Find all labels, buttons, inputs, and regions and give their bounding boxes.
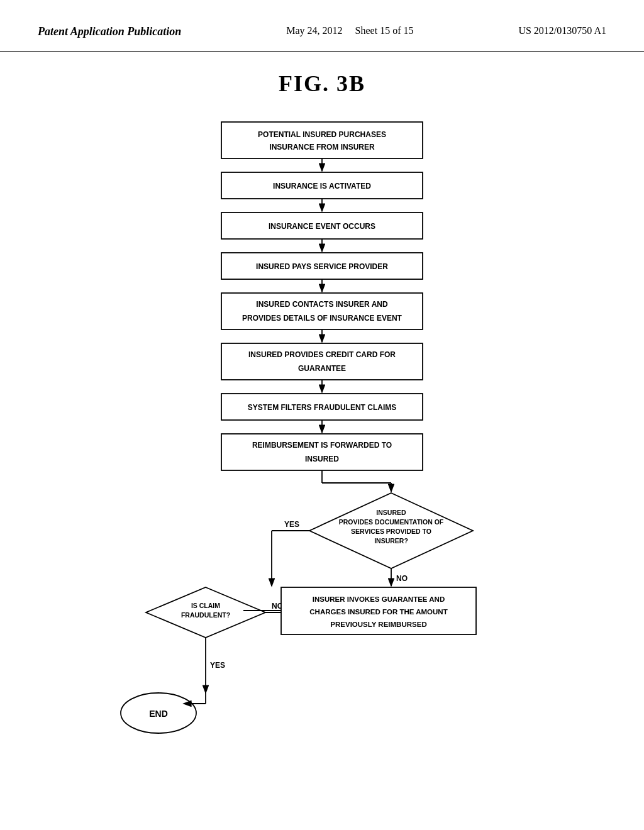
- f-box2: INSURANCE IS ACTIVATED: [273, 182, 371, 191]
- header-date: May 24, 2012: [286, 25, 342, 36]
- header-publication-label: Patent Application Publication: [38, 25, 181, 38]
- f-no1: NO: [396, 574, 408, 583]
- svg-text:IS CLAIM: IS CLAIM: [191, 602, 220, 609]
- f-box6-l1: INSURED PROVIDES CREDIT CARD FOR: [248, 350, 396, 359]
- svg-rect-58: [221, 434, 423, 470]
- svg-text:SERVICES PROVIDED TO: SERVICES PROVIDED TO: [351, 528, 431, 535]
- svg-text:INSURER?: INSURER?: [374, 537, 408, 545]
- f-end-text: END: [149, 709, 168, 719]
- diagram-container: POTENTIAL INSURED PURCHASES INSURANCE FR…: [0, 116, 644, 757]
- flowchart-final-svg: POTENTIAL INSURED PURCHASES INSURANCE FR…: [96, 116, 548, 757]
- f-box8-l2: INSURED: [305, 455, 339, 463]
- svg-rect-44: [221, 122, 423, 158]
- f-box1-l1: POTENTIAL INSURED PURCHASES: [258, 130, 386, 139]
- header-date-sheet: May 24, 2012 Sheet 15 of 15: [286, 25, 413, 36]
- svg-rect-54: [221, 343, 423, 380]
- svg-text:PROVIDES DOCUMENTATION OF: PROVIDES DOCUMENTATION OF: [339, 518, 444, 526]
- header-patent-number: US 2012/0130750 A1: [518, 25, 606, 36]
- f-box1-l2: INSURANCE FROM INSURER: [269, 143, 375, 152]
- f-box3: INSURANCE EVENT OCCURS: [269, 222, 375, 231]
- f-box5-l1: INSURED CONTACTS INSURER AND: [256, 300, 388, 309]
- f-box5-l2: PROVIDES DETAILS OF INSURANCE EVENT: [242, 314, 402, 323]
- header-sheet: Sheet 15 of 15: [355, 25, 414, 36]
- svg-text:FRAUDULENT?: FRAUDULENT?: [181, 611, 230, 619]
- f-box9-l2: CHARGES INSURED FOR THE AMOUNT: [309, 608, 447, 616]
- f-box8-l1: REIMBURSEMENT IS FORWARDED TO: [252, 441, 392, 450]
- f-box4: INSURED PAYS SERVICE PROVIDER: [256, 262, 388, 271]
- f-box9-l1: INSURER INVOKES GUARANTEE AND: [313, 595, 445, 603]
- svg-text:INSURED: INSURED: [376, 509, 406, 516]
- svg-rect-52: [221, 293, 423, 329]
- figure-title: FIG. 3B: [0, 70, 644, 97]
- page-header: Patent Application Publication May 24, 2…: [0, 0, 644, 52]
- f-yes2: YES: [210, 661, 225, 670]
- f-box9-l3: PREVIOUSLY REIMBURSED: [330, 621, 426, 628]
- f-yes1: YES: [284, 520, 299, 529]
- f-box6-l2: GUARANTEE: [298, 364, 346, 373]
- f-box7: SYSTEM FILTERS FRAUDULENT CLAIMS: [248, 403, 396, 412]
